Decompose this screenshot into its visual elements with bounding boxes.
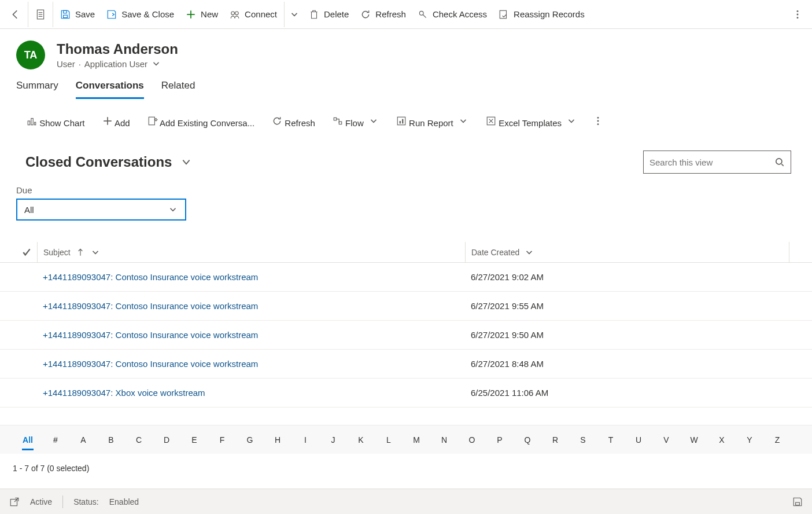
subject-link[interactable]: +1441189093047: Contoso Insurance voice … bbox=[43, 359, 258, 369]
column-header-subject[interactable]: Subject bbox=[37, 242, 465, 262]
alpha-U[interactable]: U bbox=[625, 435, 652, 445]
alpha-C[interactable]: C bbox=[125, 435, 153, 445]
svg-point-27 bbox=[597, 117, 599, 119]
connect-label: Connect bbox=[245, 9, 277, 19]
add-button[interactable]: Add bbox=[97, 116, 136, 138]
connect-button[interactable]: Connect bbox=[224, 1, 283, 28]
more-vertical-icon bbox=[792, 9, 803, 20]
svg-rect-17 bbox=[35, 122, 36, 125]
alpha-X[interactable]: X bbox=[708, 435, 736, 445]
date-value: 6/25/2021 11:06 AM bbox=[471, 388, 548, 398]
check-access-button[interactable]: Check Access bbox=[412, 1, 493, 28]
popout-icon[interactable] bbox=[9, 497, 20, 507]
record-subtitle: User · Application User bbox=[57, 58, 178, 69]
svg-rect-23 bbox=[397, 117, 405, 125]
table-row[interactable]: +1441189093047: Contoso Insurance voice … bbox=[0, 292, 812, 321]
subject-link[interactable]: +1441189093047: Contoso Insurance voice … bbox=[43, 301, 258, 311]
alpha-N[interactable]: N bbox=[430, 435, 458, 445]
alpha-M[interactable]: M bbox=[403, 435, 430, 445]
alpha-R[interactable]: R bbox=[541, 435, 569, 445]
alpha-All[interactable]: All bbox=[14, 435, 42, 445]
alpha-T[interactable]: T bbox=[597, 435, 625, 445]
subject-link[interactable]: +1441189093047: Contoso Insurance voice … bbox=[43, 272, 258, 282]
svg-rect-15 bbox=[28, 121, 29, 125]
add-existing-button[interactable]: Add Existing Conversa... bbox=[142, 116, 261, 138]
run-report-button[interactable]: Run Report bbox=[390, 116, 474, 138]
alpha-K[interactable]: K bbox=[347, 435, 375, 445]
alpha-I[interactable]: I bbox=[291, 435, 319, 445]
svg-rect-20 bbox=[149, 117, 154, 125]
search-input[interactable] bbox=[649, 151, 774, 173]
alpha-E[interactable]: E bbox=[180, 435, 208, 445]
key-icon bbox=[418, 9, 428, 20]
alpha-S[interactable]: S bbox=[569, 435, 597, 445]
chevron-down-icon[interactable] bbox=[90, 248, 101, 256]
select-all-column[interactable] bbox=[16, 247, 37, 258]
table-row[interactable]: +1441189093047: Xbox voice workstream6/2… bbox=[0, 379, 812, 407]
alpha-Q[interactable]: Q bbox=[514, 435, 541, 445]
alpha-V[interactable]: V bbox=[652, 435, 680, 445]
excel-templates-button[interactable]: Excel Templates bbox=[480, 116, 582, 138]
alpha-D[interactable]: D bbox=[153, 435, 180, 445]
chevron-down-icon[interactable] bbox=[524, 248, 534, 256]
reassign-button[interactable]: Reassign Records bbox=[493, 1, 590, 28]
alpha-A[interactable]: A bbox=[69, 435, 97, 445]
alpha-B[interactable]: B bbox=[97, 435, 125, 445]
top-command-bar: Save Save & Close New Connect Delete bbox=[0, 0, 812, 29]
subject-link[interactable]: +1441189093047: Xbox voice workstream bbox=[43, 388, 205, 398]
svg-rect-33 bbox=[796, 502, 800, 505]
column-header-date[interactable]: Date Created bbox=[465, 242, 789, 262]
flow-button[interactable]: Flow bbox=[327, 116, 385, 138]
alpha-Z[interactable]: Z bbox=[763, 435, 791, 445]
save-close-label: Save & Close bbox=[121, 9, 174, 19]
tab-summary[interactable]: Summary bbox=[16, 80, 58, 99]
connect-split-button[interactable] bbox=[286, 1, 303, 28]
alpha-L[interactable]: L bbox=[375, 435, 403, 445]
record-title: Thomas Anderson bbox=[57, 41, 178, 58]
new-button[interactable]: New bbox=[180, 1, 224, 28]
refresh-label: Refresh bbox=[375, 9, 406, 19]
table-row[interactable]: +1441189093047: Contoso Insurance voice … bbox=[0, 321, 812, 350]
view-selector[interactable]: Closed Conversations bbox=[25, 154, 191, 170]
svg-rect-4 bbox=[64, 15, 68, 18]
alpha-J[interactable]: J bbox=[319, 435, 347, 445]
alpha-F[interactable]: F bbox=[208, 435, 236, 445]
alpha-#[interactable]: # bbox=[42, 435, 69, 445]
alpha-P[interactable]: P bbox=[486, 435, 514, 445]
form-selector[interactable]: Application User bbox=[84, 58, 161, 69]
chevron-down-icon bbox=[168, 204, 178, 215]
alpha-O[interactable]: O bbox=[458, 435, 486, 445]
page-icon-button[interactable] bbox=[29, 1, 51, 28]
svg-point-28 bbox=[597, 120, 599, 122]
alpha-W[interactable]: W bbox=[680, 435, 708, 445]
svg-point-30 bbox=[776, 159, 782, 164]
save-status-icon[interactable] bbox=[792, 497, 803, 507]
alpha-G[interactable]: G bbox=[236, 435, 264, 445]
due-filter-section: Due All bbox=[0, 174, 812, 221]
alpha-Y[interactable]: Y bbox=[736, 435, 763, 445]
table-row[interactable]: +1441189093047: Contoso Insurance voice … bbox=[0, 263, 812, 292]
show-chart-label: Show Chart bbox=[39, 118, 84, 128]
subject-link[interactable]: +1441189093047: Contoso Insurance voice … bbox=[43, 330, 258, 340]
ribbon-overflow-button[interactable] bbox=[788, 1, 807, 28]
search-icon[interactable] bbox=[774, 157, 785, 167]
subgrid-refresh-button[interactable]: Refresh bbox=[266, 116, 321, 138]
back-button[interactable] bbox=[5, 1, 27, 28]
alpha-H[interactable]: H bbox=[264, 435, 291, 445]
subgrid-overflow-button[interactable] bbox=[588, 116, 608, 138]
separator bbox=[28, 2, 28, 27]
show-chart-button[interactable]: Show Chart bbox=[21, 116, 91, 138]
chevron-down-icon bbox=[289, 9, 300, 20]
chevron-down-icon bbox=[181, 156, 191, 168]
refresh-button[interactable]: Refresh bbox=[355, 1, 412, 28]
due-select[interactable]: All bbox=[16, 199, 186, 221]
view-search[interactable] bbox=[643, 150, 791, 174]
table-row[interactable]: +1441189093047: Contoso Insurance voice … bbox=[0, 350, 812, 379]
delete-button[interactable]: Delete bbox=[303, 1, 355, 28]
save-button[interactable]: Save bbox=[54, 1, 101, 28]
add-label: Add bbox=[115, 118, 130, 128]
tab-related[interactable]: Related bbox=[161, 80, 195, 99]
tab-conversations[interactable]: Conversations bbox=[76, 80, 144, 99]
column-subject-label: Subject bbox=[43, 248, 71, 257]
save-close-button[interactable]: Save & Close bbox=[101, 1, 180, 28]
